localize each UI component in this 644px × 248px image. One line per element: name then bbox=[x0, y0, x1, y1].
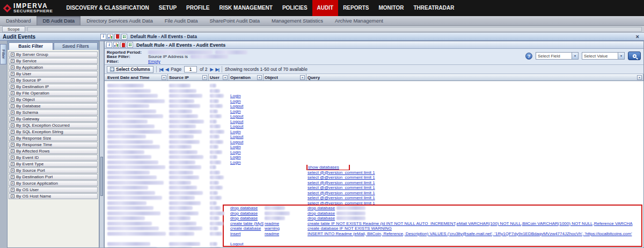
filter-item-by-affected-rows[interactable]: +By Affected Rows bbox=[9, 148, 98, 154]
filter-side-tab[interactable]: Filter bbox=[0, 44, 6, 64]
query-link[interactable]: select @@version_comment limit 1 bbox=[308, 191, 375, 195]
operation-link[interactable]: drop database bbox=[230, 206, 258, 210]
info-icon[interactable]: i bbox=[106, 42, 112, 48]
info-icon[interactable]: i bbox=[100, 34, 106, 40]
filter-item-by-response-size[interactable]: +By Response Size bbox=[9, 135, 98, 141]
filter-item-by-os-host-name[interactable]: +By OS Host Name bbox=[9, 193, 98, 199]
operation-link[interactable]: Logout bbox=[230, 134, 243, 139]
operation-link[interactable]: drop database bbox=[230, 211, 258, 216]
topnav-item-risk-management[interactable]: RISK MANAGEMENT bbox=[214, 0, 277, 16]
filter-item-by-source-ip[interactable]: +By Source IP bbox=[9, 77, 98, 83]
filter-item-by-user[interactable]: +By User bbox=[9, 71, 98, 77]
expand-icon[interactable]: + bbox=[11, 130, 14, 134]
query-link[interactable]: drop database bbox=[308, 206, 335, 210]
operation-link[interactable]: Logout bbox=[230, 140, 243, 144]
expand-icon[interactable]: + bbox=[11, 78, 14, 82]
subnav-item-sharepoint-audit-data[interactable]: SharePoint Audit Data bbox=[204, 16, 266, 25]
column-header-object[interactable]: Object▼ bbox=[264, 74, 306, 81]
topnav-item-profile[interactable]: PROFILE bbox=[181, 0, 214, 16]
operation-link[interactable]: Login bbox=[230, 109, 241, 114]
operation-link[interactable]: Login bbox=[230, 155, 241, 159]
export-icon[interactable] bbox=[121, 34, 127, 40]
value-select[interactable]: Select Value ▼ bbox=[582, 52, 625, 60]
pdf-icon[interactable] bbox=[120, 42, 126, 48]
query-link[interactable]: INSERT INTO Readme (eMail, BitCoin, Refe… bbox=[308, 231, 632, 236]
query-link[interactable]: create database IF NOT EXISTS WARNING bbox=[308, 226, 392, 231]
operation-link[interactable]: Logout bbox=[230, 119, 243, 124]
filter-item-by-source-port[interactable]: +By Source Port bbox=[9, 167, 98, 173]
expand-icon[interactable]: + bbox=[11, 117, 14, 121]
filter-item-by-service[interactable]: +By Service bbox=[9, 58, 98, 64]
operation-link[interactable]: create database bbox=[230, 226, 261, 231]
sort-dropdown-icon[interactable]: ▼ bbox=[162, 75, 166, 80]
topnav-item-setup[interactable]: SETUP bbox=[154, 0, 181, 16]
operation-link[interactable]: Login bbox=[230, 144, 241, 149]
sort-dropdown-icon[interactable]: ▼ bbox=[637, 75, 642, 80]
filter-item-by-response-time[interactable]: +By Response Time bbox=[9, 142, 98, 148]
expand-icon[interactable]: + bbox=[11, 162, 14, 166]
expand-icon[interactable]: + bbox=[11, 59, 14, 63]
query-link[interactable]: select @@version_comment limit 1 bbox=[308, 185, 375, 190]
filter-item-by-event-type[interactable]: +By Event Type bbox=[9, 161, 98, 167]
search-button[interactable] bbox=[628, 52, 641, 60]
operation-link[interactable]: Logout bbox=[230, 114, 243, 119]
next-page-button[interactable]: ▶ bbox=[210, 67, 213, 72]
expand-icon[interactable]: + bbox=[11, 85, 14, 89]
filter-item-by-destination-ip[interactable]: +By Destination IP bbox=[9, 84, 98, 90]
field-select[interactable]: Select Field ▼ bbox=[536, 52, 579, 60]
topnav-item-policies[interactable]: POLICIES bbox=[277, 0, 312, 16]
expand-icon[interactable]: + bbox=[11, 65, 14, 69]
expand-icon[interactable]: + bbox=[11, 104, 14, 108]
filter-item-by-event-id[interactable]: +By Event ID bbox=[9, 155, 98, 161]
expand-icon[interactable]: + bbox=[11, 72, 14, 76]
subnav-item-dashboard[interactable]: Dashboard bbox=[0, 16, 36, 25]
column-header-user[interactable]: User▼ bbox=[209, 74, 229, 81]
expand-icon[interactable]: + bbox=[11, 91, 14, 95]
operation-link[interactable]: Login bbox=[230, 160, 241, 165]
chart-icon[interactable] bbox=[113, 42, 119, 48]
column-header-operation[interactable]: Operation▼ bbox=[229, 74, 264, 81]
expand-icon[interactable]: + bbox=[11, 181, 14, 185]
query-link[interactable]: select @@version_comment limit 1 bbox=[308, 195, 375, 200]
query-link[interactable]: select @@version_comment limit 1 bbox=[308, 170, 375, 175]
operation-link[interactable]: Login bbox=[230, 150, 241, 155]
column-header-query[interactable]: Query▼ bbox=[306, 74, 643, 81]
operation-link[interactable]: Logout bbox=[230, 124, 243, 129]
filter-item-by-schema[interactable]: +By Schema bbox=[9, 110, 98, 115]
first-page-button[interactable]: |◀ bbox=[159, 67, 163, 72]
table-vertical-scrollbar[interactable] bbox=[99, 41, 104, 248]
object-link[interactable]: readme bbox=[265, 221, 279, 226]
chart-icon[interactable] bbox=[107, 34, 113, 40]
subnav-item-management-statistics[interactable]: Management Statistics bbox=[266, 16, 329, 25]
operation-link[interactable]: Login bbox=[230, 93, 241, 98]
last-page-button[interactable]: ▶| bbox=[216, 67, 219, 72]
filter-item-by-database[interactable]: +By Database bbox=[9, 103, 98, 109]
subnav-item-db-audit-data[interactable]: DB Audit Data bbox=[36, 16, 80, 25]
query-link[interactable]: select @@version_comment limit 1 bbox=[308, 201, 375, 206]
expand-icon[interactable]: + bbox=[11, 111, 14, 114]
column-header-event-date-and-time[interactable]: Event Date and Time▼ bbox=[105, 74, 168, 81]
column-header-source-ip[interactable]: Source IP▼ bbox=[168, 74, 209, 81]
close-icon[interactable]: × bbox=[634, 33, 641, 40]
help-icon[interactable]: ? bbox=[525, 53, 532, 60]
operation-link[interactable]: drop database bbox=[230, 216, 258, 221]
select-columns-button[interactable]: Select Columns bbox=[107, 66, 153, 73]
expand-icon[interactable]: + bbox=[11, 123, 14, 127]
sort-dropdown-icon[interactable]: ▼ bbox=[257, 75, 262, 80]
filter-item-by-application[interactable]: +By Application bbox=[9, 64, 98, 70]
subnav-item-directory-services-audit-data[interactable]: Directory Services Audit Data bbox=[80, 16, 159, 25]
expand-icon[interactable]: + bbox=[11, 136, 14, 140]
filter-item-by-sql-exception-occurred[interactable]: +By SQL Exception Occurred bbox=[9, 122, 98, 128]
expand-icon[interactable]: + bbox=[11, 188, 14, 192]
topnav-item-reports[interactable]: REPORTS bbox=[338, 0, 374, 16]
sort-dropdown-icon[interactable]: ▼ bbox=[202, 75, 207, 80]
subnav-item-file-audit-data[interactable]: File Audit Data bbox=[159, 16, 204, 25]
filter-item-by-sql-exception-string[interactable]: +By SQL Exception String bbox=[9, 129, 98, 135]
filter-item-by-server-group[interactable]: +By Server Group bbox=[9, 52, 98, 57]
filter-tab-saved-filters[interactable]: Saved Filters bbox=[54, 42, 98, 50]
expand-icon[interactable]: + bbox=[11, 98, 14, 101]
query-link[interactable]: select @@version_comment limit 1 bbox=[308, 175, 375, 180]
filter-item-by-source-application[interactable]: +By Source Application bbox=[9, 180, 98, 186]
filter-item-by-destination-port[interactable]: +By Destination Port bbox=[9, 174, 98, 180]
query-link[interactable]: show databases bbox=[308, 165, 349, 170]
